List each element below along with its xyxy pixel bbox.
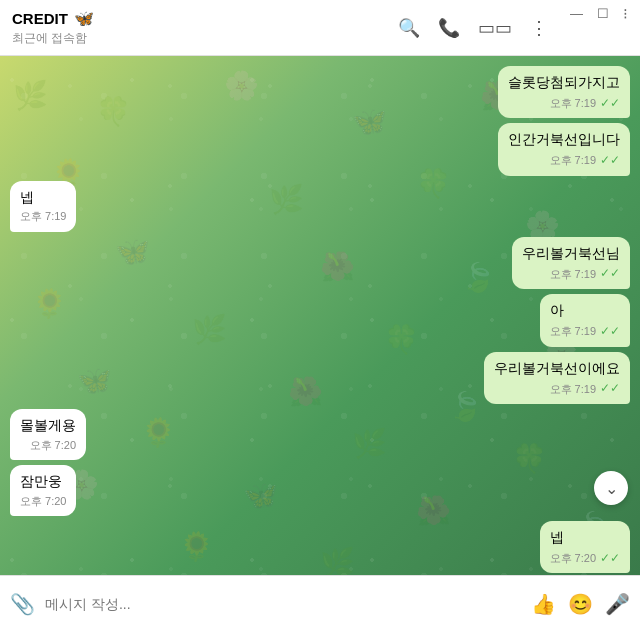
message-time: 오후 7:19 xyxy=(550,96,596,111)
message-text: 넵 xyxy=(550,529,564,545)
message-meta: 오후 7:20 ✓✓ xyxy=(550,550,620,567)
maximize-button[interactable]: ☐ xyxy=(597,7,609,20)
layout-icon[interactable]: ▭▭ xyxy=(478,17,512,39)
message-input[interactable] xyxy=(45,596,521,612)
message-bubble: 몰볼게용 오후 7:20 xyxy=(10,409,86,460)
header-actions: 🔍 📞 ▭▭ ⋮ xyxy=(398,17,548,39)
message-time: 오후 7:20 xyxy=(30,438,76,453)
message-text: 우리볼거북선님 xyxy=(522,245,620,261)
thumbsup-icon[interactable]: 👍 xyxy=(531,592,556,616)
message-row: 우리볼거북선님 오후 7:19 ✓✓ xyxy=(10,237,630,289)
phone-icon[interactable]: 📞 xyxy=(438,17,460,39)
message-bubble: 우리볼거북선님 오후 7:19 ✓✓ xyxy=(512,237,630,289)
message-bubble: 우리볼거북선이에요 오후 7:19 ✓✓ xyxy=(484,352,630,404)
bottom-right-actions: 👍 😊 🎤 xyxy=(531,592,630,616)
minimize-button[interactable]: — xyxy=(570,7,583,20)
message-input-bar: 📎 👍 😊 🎤 xyxy=(0,575,640,631)
message-bubble: 인간거북선입니다 오후 7:19 ✓✓ xyxy=(498,123,630,175)
attachment-icon[interactable]: 📎 xyxy=(10,592,35,616)
message-text: 슬롯당첨되가지고 xyxy=(508,74,620,90)
message-bubble: 잠만웅 오후 7:20 xyxy=(10,465,76,516)
search-icon[interactable]: 🔍 xyxy=(398,17,420,39)
more-icon[interactable]: ⋮ xyxy=(530,17,548,39)
read-receipt: ✓✓ xyxy=(600,323,620,340)
chat-header: — ☐ ⁝ CREDIT 🦋 최근에 접속함 🔍 📞 ▭▭ ⋮ xyxy=(0,0,640,56)
read-receipt: ✓✓ xyxy=(600,550,620,567)
message-row: 아 오후 7:19 ✓✓ xyxy=(10,294,630,346)
message-time: 오후 7:19 xyxy=(550,153,596,168)
message-text: 몰볼게용 xyxy=(20,417,76,433)
message-meta: 오후 7:19 ✓✓ xyxy=(494,380,620,397)
message-time: 오후 7:19 xyxy=(550,382,596,397)
message-time: 오후 7:20 xyxy=(550,551,596,566)
message-row: 인간거북선입니다 오후 7:19 ✓✓ xyxy=(10,123,630,175)
header-info: CREDIT 🦋 최근에 접속함 xyxy=(12,9,94,47)
chevron-down-icon: ⌄ xyxy=(605,479,618,498)
message-text: 우리볼거북선이에요 xyxy=(494,360,620,376)
message-time: 오후 7:20 xyxy=(20,494,66,509)
read-receipt: ✓✓ xyxy=(600,95,620,112)
message-meta: 오후 7:20 xyxy=(20,494,66,509)
message-row: 슬롯당첨되가지고 오후 7:19 ✓✓ xyxy=(10,66,630,118)
message-text: 아 xyxy=(550,302,564,318)
message-text: 잠만웅 xyxy=(20,473,62,489)
message-bubble: 넵 오후 7:20 ✓✓ xyxy=(540,521,630,573)
emoji-icon[interactable]: 😊 xyxy=(568,592,593,616)
read-receipt: ✓✓ xyxy=(600,265,620,282)
contact-status: 최근에 접속함 xyxy=(12,30,94,47)
contact-name: CREDIT xyxy=(12,10,68,27)
message-row: 잠만웅 오후 7:20 xyxy=(10,465,630,516)
message-meta: 오후 7:20 xyxy=(20,438,76,453)
message-row: 몰볼게용 오후 7:20 xyxy=(10,409,630,460)
message-text: 넵 xyxy=(20,189,34,205)
message-meta: 오후 7:19 ✓✓ xyxy=(550,323,620,340)
read-receipt: ✓✓ xyxy=(600,380,620,397)
message-bubble: 넵 오후 7:19 xyxy=(10,181,76,232)
message-meta: 오후 7:19 ✓✓ xyxy=(508,95,620,112)
message-meta: 오후 7:19 xyxy=(20,209,66,224)
chat-background: 🌿 🍀 🌸 🦋 🌺 🍃 🌻 🌿 🍀 🌸 🦋 🌺 🍃 🌻 🌿 🍀 🌸 🦋 🌺 🍃 … xyxy=(0,56,640,575)
message-row: 우리볼거북선이에요 오후 7:19 ✓✓ xyxy=(10,352,630,404)
scroll-to-bottom-button[interactable]: ⌄ xyxy=(594,471,628,505)
message-meta: 오후 7:19 ✓✓ xyxy=(508,152,620,169)
message-time: 오후 7:19 xyxy=(20,209,66,224)
mic-icon[interactable]: 🎤 xyxy=(605,592,630,616)
message-time: 오후 7:19 xyxy=(550,267,596,282)
messages-list: 슬롯당첨되가지고 오후 7:19 ✓✓ 인간거북선입니다 오후 7:19 ✓✓ … xyxy=(0,56,640,575)
read-receipt: ✓✓ xyxy=(600,152,620,169)
message-row: 넵 오후 7:20 ✓✓ xyxy=(10,521,630,573)
message-bubble: 슬롯당첨되가지고 오후 7:19 ✓✓ xyxy=(498,66,630,118)
message-meta: 오후 7:19 ✓✓ xyxy=(522,265,620,282)
header-title-row: CREDIT 🦋 xyxy=(12,9,94,28)
message-bubble: 아 오후 7:19 ✓✓ xyxy=(540,294,630,346)
contact-emoji: 🦋 xyxy=(74,9,94,28)
message-row: 넵 오후 7:19 xyxy=(10,181,630,232)
close-button[interactable]: ⁝ xyxy=(623,6,628,21)
window-controls: — ☐ ⁝ xyxy=(570,6,628,21)
message-text: 인간거북선입니다 xyxy=(508,131,620,147)
message-time: 오후 7:19 xyxy=(550,324,596,339)
